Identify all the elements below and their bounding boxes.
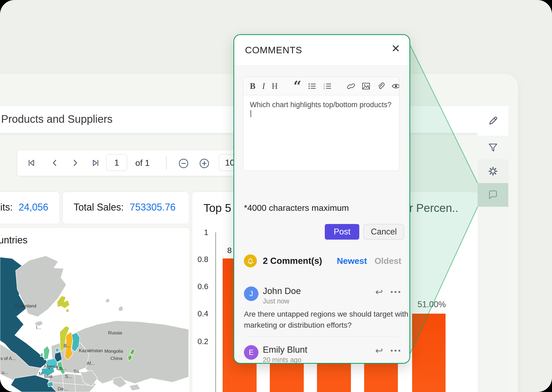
map-label: Sa...: [74, 369, 83, 374]
map-label: Algeria: [44, 364, 58, 369]
last-page-icon[interactable]: [91, 158, 100, 167]
comments-panel-header: COMMENTS ✕: [234, 35, 409, 66]
bar-value-label: 8: [227, 246, 232, 255]
pencil-icon: [488, 116, 498, 126]
y-tick: 0.8: [195, 255, 208, 264]
numbered-list-icon[interactable]: 123: [323, 82, 332, 90]
comment-text-input[interactable]: Which chart highlights top/bottom produc…: [243, 95, 399, 123]
editor-toolbar: B I H “ 123: [243, 77, 399, 95]
comment-author: John Doe: [263, 286, 301, 296]
more-options-icon[interactable]: •••: [391, 346, 402, 355]
map-label: Russia: [108, 330, 122, 336]
comments-count-row: 2 Comment(s) Newest Oldest: [244, 254, 401, 268]
comment-item: E Emily Blunt 20 mints ago ↩ ••• Which c…: [244, 345, 402, 364]
svg-text:3: 3: [323, 87, 325, 90]
y-tick: 0.2: [195, 337, 208, 346]
map-title: untries: [0, 234, 27, 246]
screenshot-root: Products and Suppliers 1 of 1 10 its: 24…: [0, 0, 552, 392]
avatar: J: [244, 286, 258, 301]
total-units-card: its: 24,056: [0, 192, 60, 224]
cancel-button[interactable]: Cancel: [364, 224, 404, 240]
gear-icon: [487, 166, 499, 177]
map-label: B...: [64, 343, 71, 349]
percentage-chart-title: er Percen..: [403, 202, 458, 215]
character-limit-hint: *4000 characters maximum: [244, 203, 349, 213]
comments-count: 2 Comment(s): [263, 256, 322, 266]
comment-editor: B I H “ 123: [243, 77, 399, 171]
sort-oldest[interactable]: Oldest: [374, 256, 401, 266]
comment-time: 20 mints ago: [263, 356, 301, 364]
sales-label: Total Sales:: [74, 202, 124, 213]
map-label: Mongolia: [105, 349, 123, 354]
comment-author: Emily Blunt: [263, 345, 307, 355]
bulleted-list-icon[interactable]: [308, 82, 316, 90]
toolbar-divider: [166, 156, 167, 170]
attachment-icon[interactable]: [377, 82, 385, 90]
map-label: I...: [36, 325, 41, 330]
comments-panel-title: COMMENTS: [245, 45, 302, 55]
map-label: Greenland: [15, 303, 36, 309]
bold-icon[interactable]: B: [250, 81, 256, 91]
map-label: s of A...: [1, 356, 16, 361]
comment-text-line: Are there untapped regions we should tar…: [244, 309, 408, 320]
comment-bubble-icon: [487, 189, 499, 201]
sidebar-item-edit[interactable]: [478, 106, 508, 136]
sidebar-item-comments[interactable]: [478, 183, 508, 207]
preview-eye-icon[interactable]: [392, 82, 399, 90]
reply-icon[interactable]: ↩: [375, 286, 383, 297]
page-number-input[interactable]: 1: [106, 154, 127, 171]
image-icon[interactable]: [362, 82, 370, 90]
page-count-label: of 1: [135, 158, 150, 168]
y-axis-line: [215, 232, 216, 392]
map-label: De...: [58, 386, 67, 392]
sidebar-item-filter[interactable]: [478, 136, 508, 159]
y-tick: 0.6: [195, 282, 208, 291]
world-map-svg: [0, 228, 189, 392]
avatar: E: [244, 345, 258, 360]
map-label: Af...: [87, 361, 95, 366]
map-label: S...: [65, 374, 72, 379]
previous-page-icon[interactable]: [50, 158, 59, 167]
map-label: Kazakhstan: [79, 348, 103, 354]
sort-newest[interactable]: Newest: [337, 256, 367, 266]
map-label: Mali: [44, 374, 52, 379]
comment-item: J John Doe Just now ↩ ••• Are there unta…: [244, 286, 402, 335]
blockquote-icon[interactable]: “: [293, 82, 301, 90]
sidebar-item-settings[interactable]: [478, 159, 508, 183]
y-tick: 0.4: [195, 309, 208, 318]
comments-panel: COMMENTS ✕ B I H “ 123: [233, 34, 410, 364]
map-label: China: [111, 356, 122, 361]
sidebar-filler: [478, 207, 508, 392]
comments-panel-body: B I H “ 123: [234, 66, 409, 363]
zoom-out-icon[interactable]: [178, 158, 188, 167]
page-title: Products and Suppliers: [1, 113, 113, 125]
zoom-in-icon[interactable]: [199, 158, 208, 167]
percentage-bar[interactable]: [412, 314, 446, 392]
comment-divider: [244, 336, 400, 337]
world-map[interactable]: Greenland I... Russia B... Kazakhstan Mo…: [0, 228, 189, 392]
more-options-icon[interactable]: •••: [391, 288, 402, 296]
percentage-value-label: 51.00%: [418, 300, 446, 309]
comment-text-line: marketing or distribution efforts?: [244, 320, 408, 331]
top5-chart-title: Top 5: [203, 202, 231, 215]
units-label: its:: [0, 202, 13, 213]
y-tick: 1: [195, 228, 208, 237]
first-page-icon[interactable]: [27, 158, 36, 167]
map-label: Lib...: [57, 366, 67, 371]
italic-icon[interactable]: I: [262, 81, 265, 91]
tools-sidebar: [478, 106, 508, 392]
pagination-toolbar: 1 of 1 10: [17, 150, 236, 176]
link-icon[interactable]: [347, 82, 355, 90]
reply-icon[interactable]: ↩: [375, 345, 383, 356]
sales-value: 753305.76: [130, 202, 175, 213]
units-value: 24,056: [19, 202, 48, 213]
close-icon[interactable]: ✕: [391, 43, 400, 54]
post-button[interactable]: Post: [325, 224, 359, 240]
bell-icon: [244, 254, 257, 267]
map-label: u...: [2, 370, 8, 375]
total-sales-card: Total Sales: 753305.76: [63, 192, 189, 224]
comment-time: Just now: [263, 297, 289, 305]
next-page-icon[interactable]: [71, 158, 80, 167]
heading-icon[interactable]: H: [272, 81, 278, 91]
filter-funnel-icon: [488, 142, 498, 153]
